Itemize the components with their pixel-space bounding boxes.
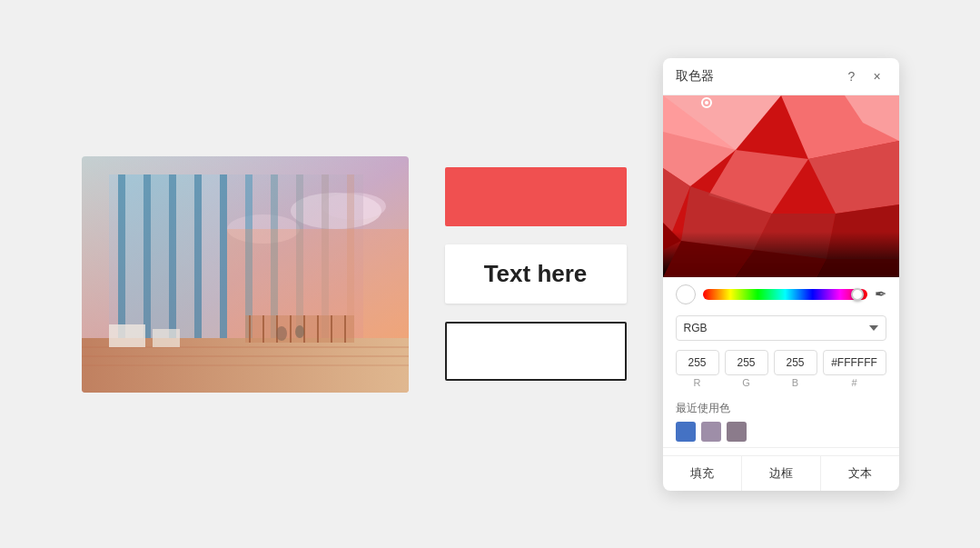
svg-marker-52 xyxy=(817,259,899,277)
b-input[interactable] xyxy=(774,350,817,375)
r-input[interactable] xyxy=(676,350,719,375)
bottom-tabs: 填充 边框 文本 xyxy=(663,455,899,491)
hue-row: ✒ xyxy=(663,277,899,312)
current-color-preview xyxy=(676,284,696,304)
hue-slider[interactable] xyxy=(703,289,867,300)
color-picker-panel: 取色器 ? × xyxy=(663,58,899,491)
recent-color-2[interactable] xyxy=(701,422,721,442)
r-label: R xyxy=(694,377,701,388)
g-input[interactable] xyxy=(725,350,768,375)
svg-rect-34 xyxy=(109,324,145,347)
color-gradient-canvas[interactable] xyxy=(663,95,899,277)
svg-rect-10 xyxy=(220,174,227,356)
svg-rect-19 xyxy=(202,174,220,356)
g-label: G xyxy=(742,377,750,388)
hue-thumb[interactable] xyxy=(851,288,864,301)
eyedropper-button[interactable]: ✒ xyxy=(875,285,886,303)
border-tab[interactable]: 边框 xyxy=(742,456,821,491)
g-input-group: G xyxy=(725,350,768,388)
rgb-inputs-row: R G B # xyxy=(663,344,899,394)
r-input-group: R xyxy=(676,350,719,388)
svg-point-37 xyxy=(295,325,304,338)
close-button[interactable]: × xyxy=(868,67,886,85)
svg-point-36 xyxy=(276,326,287,341)
help-button[interactable]: ? xyxy=(843,67,861,85)
text-tab[interactable]: 文本 xyxy=(821,456,899,491)
color-mode-select[interactable]: RGB HSL HSV HEX xyxy=(676,315,886,341)
b-input-group: B xyxy=(774,350,817,388)
outline-box[interactable] xyxy=(445,322,627,381)
svg-rect-9 xyxy=(194,174,202,356)
panel-title: 取色器 xyxy=(676,68,714,85)
recent-color-3[interactable] xyxy=(727,422,747,442)
b-label: B xyxy=(792,377,798,388)
recent-colors-label: 最近使用色 xyxy=(676,401,886,416)
color-rectangle[interactable] xyxy=(445,167,627,226)
building-image xyxy=(82,156,409,393)
divider xyxy=(663,447,899,448)
hex-input-group: # xyxy=(823,350,886,388)
hex-input[interactable] xyxy=(823,350,886,375)
text-box-label: Text here xyxy=(484,260,588,288)
svg-point-55 xyxy=(705,101,708,105)
recent-colors-section: 最近使用色 xyxy=(663,394,899,447)
canvas-area: Text here 取色器 ? × xyxy=(0,0,980,548)
text-box[interactable]: Text here xyxy=(445,244,627,304)
hash-label: # xyxy=(851,377,856,388)
panel-header-icons: ? × xyxy=(843,67,886,85)
recent-color-1[interactable] xyxy=(676,422,696,442)
svg-rect-35 xyxy=(153,329,180,347)
panel-header: 取色器 ? × xyxy=(663,58,899,95)
center-elements: Text here xyxy=(445,167,627,381)
recent-colors-list xyxy=(676,422,886,442)
color-mode-row: RGB HSL HSV HEX xyxy=(663,312,899,344)
fill-tab[interactable]: 填充 xyxy=(663,456,742,491)
